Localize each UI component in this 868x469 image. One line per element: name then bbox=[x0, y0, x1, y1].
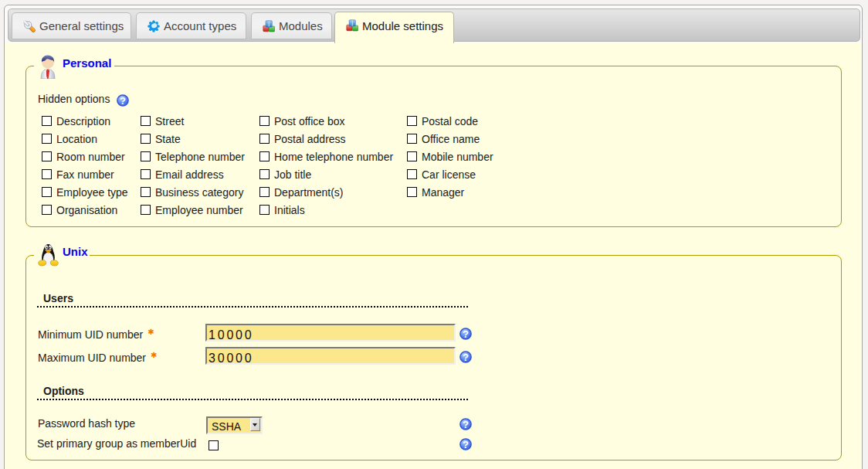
svg-text:?: ? bbox=[120, 95, 126, 107]
svg-text:?: ? bbox=[463, 419, 469, 430]
svg-text:?: ? bbox=[463, 439, 469, 450]
svg-text:?: ? bbox=[463, 352, 469, 363]
svg-text:?: ? bbox=[463, 328, 469, 340]
